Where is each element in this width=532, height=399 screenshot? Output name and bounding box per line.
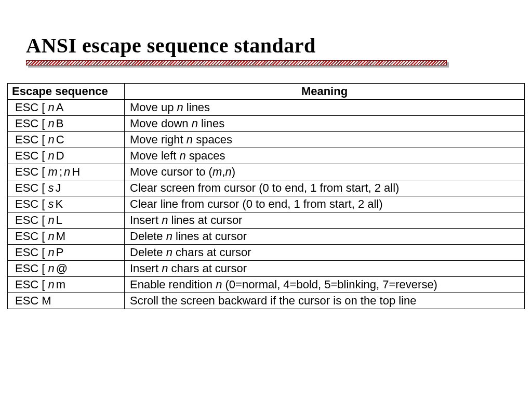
escape-sequence-cell: ESC [ nD <box>8 148 125 164</box>
meaning-cell: Move up n lines <box>125 100 525 116</box>
table-header-sequence: Escape sequence <box>8 84 125 100</box>
text-segment: n <box>192 117 198 130</box>
text-segment: n <box>225 165 231 178</box>
text-segment: n <box>187 133 193 146</box>
text-segment: Insert <box>130 214 162 227</box>
text-segment: chars at cursor <box>168 262 247 275</box>
text-segment: ESC [ <box>15 181 48 194</box>
table-row: ESC [ sKClear line from cursor (0 to end… <box>8 196 525 212</box>
escape-sequence-cell: ESC [ nm <box>8 277 125 293</box>
meaning-cell: Move left n spaces <box>125 148 525 164</box>
text-segment: L <box>56 214 62 227</box>
text-segment: n <box>48 101 55 114</box>
escape-sequence-cell: ESC [ m;nH <box>8 164 125 180</box>
table-row: ESC [ nDMove left n spaces <box>8 148 525 164</box>
escape-sequence-cell: ESC [ n@ <box>8 261 125 277</box>
escape-sequence-cell: ESC M <box>8 293 125 309</box>
meaning-cell: Move cursor to (m,n) <box>125 164 525 180</box>
text-segment: n <box>216 278 222 291</box>
text-segment: lines <box>183 101 210 114</box>
table-row: ESC [ n@Insert n chars at cursor <box>8 261 525 277</box>
text-segment: n <box>64 165 70 178</box>
table-row: ESC [ nmEnable rendition n (0=normal, 4=… <box>8 277 525 293</box>
text-segment: spaces <box>186 149 225 162</box>
text-segment: ESC [ <box>15 197 48 210</box>
title-underline <box>26 60 447 68</box>
title-underline-bar <box>26 60 447 65</box>
text-segment: A <box>56 101 64 114</box>
escape-sequence-cell: ESC [ nL <box>8 212 125 229</box>
meaning-cell: Enable rendition n (0=normal, 4=bold, 5=… <box>125 277 525 293</box>
meaning-cell: Move down n lines <box>125 116 525 132</box>
text-segment: n <box>166 246 172 259</box>
text-segment: n <box>48 262 55 275</box>
text-segment: ESC [ <box>15 262 48 275</box>
text-segment: n <box>162 214 168 227</box>
escape-sequence-cell: ESC [ sJ <box>8 180 125 196</box>
text-segment: n <box>48 230 55 243</box>
text-segment: Delete <box>130 246 166 259</box>
text-segment: Move up <box>130 101 177 114</box>
text-segment: J <box>56 181 61 194</box>
escape-sequence-cell: ESC [ sK <box>8 196 125 212</box>
table-row: ESC [ sJClear screen from cursor (0 to e… <box>8 180 525 196</box>
text-segment: s <box>48 181 54 194</box>
table-row: ESC MScroll the screen backward if the c… <box>8 293 525 309</box>
table-row: ESC [ nAMove up n lines <box>8 100 525 116</box>
escape-sequence-cell: ESC [ nA <box>8 100 125 116</box>
text-segment: n <box>179 149 185 162</box>
text-segment: ESC [ <box>15 149 48 162</box>
text-segment: K <box>56 197 63 210</box>
text-segment: ESC [ <box>15 230 48 243</box>
text-segment: ESC [ <box>15 117 48 130</box>
meaning-cell: Scroll the screen backward if the cursor… <box>125 293 525 309</box>
text-segment: M <box>56 230 65 243</box>
text-segment: n <box>48 246 55 259</box>
text-segment: lines at cursor <box>172 230 247 243</box>
text-segment: ESC [ <box>15 246 48 259</box>
table-row: ESC [ nMDelete n lines at cursor <box>8 229 525 245</box>
text-segment: Delete <box>130 230 166 243</box>
text-segment: H <box>72 165 80 178</box>
text-segment: ESC [ <box>15 165 48 178</box>
text-segment: n <box>177 101 183 114</box>
text-segment: P <box>56 246 64 259</box>
slide-title: ANSI escape sequence standard <box>26 33 316 58</box>
text-segment: s <box>48 197 54 210</box>
text-segment: lines <box>198 117 224 130</box>
meaning-cell: Clear line from cursor (0 to end, 1 from… <box>125 196 525 212</box>
text-segment: spaces <box>193 133 232 146</box>
text-segment: n <box>48 278 55 291</box>
text-segment: ESC [ <box>15 214 48 227</box>
text-segment: ; <box>59 165 62 178</box>
table-row: ESC [ nLInsert n lines at cursor <box>8 212 525 229</box>
meaning-cell: Clear screen from cursor (0 to end, 1 fr… <box>125 180 525 196</box>
text-segment: ) <box>232 165 235 178</box>
meaning-cell: Delete n chars at cursor <box>125 245 525 261</box>
text-segment: Move down <box>130 117 192 130</box>
text-segment: m <box>48 165 58 178</box>
text-segment: ESC [ <box>15 101 48 114</box>
text-segment: (0=normal, 4=bold, 5=blinking, 7=reverse… <box>222 278 437 291</box>
meaning-cell: Move right n spaces <box>125 132 525 148</box>
table-row: ESC [ nCMove right n spaces <box>8 132 525 148</box>
escape-sequence-table: Escape sequence Meaning ESC [ nAMove up … <box>7 83 525 309</box>
text-segment: lines at cursor <box>168 214 242 227</box>
text-segment: n <box>48 117 55 130</box>
text-segment: Scroll the screen backward if the cursor… <box>130 294 417 307</box>
text-segment: ESC [ <box>15 278 48 291</box>
slide: ANSI escape sequence standard Escape seq… <box>0 0 532 399</box>
table-header-row: Escape sequence Meaning <box>8 84 525 100</box>
text-segment: Clear screen from cursor (0 to end, 1 fr… <box>130 181 399 194</box>
text-segment: Move left <box>130 149 179 162</box>
text-segment: m <box>56 278 65 291</box>
text-segment: n <box>48 149 55 162</box>
text-segment: m <box>212 165 222 178</box>
text-segment: Move right <box>130 133 187 146</box>
table-header-meaning: Meaning <box>125 84 525 100</box>
text-segment: n <box>48 214 55 227</box>
table-row: ESC [ nPDelete n chars at cursor <box>8 245 525 261</box>
text-segment: B <box>56 117 64 130</box>
text-segment: C <box>56 133 64 146</box>
escape-sequence-cell: ESC [ nC <box>8 132 125 148</box>
